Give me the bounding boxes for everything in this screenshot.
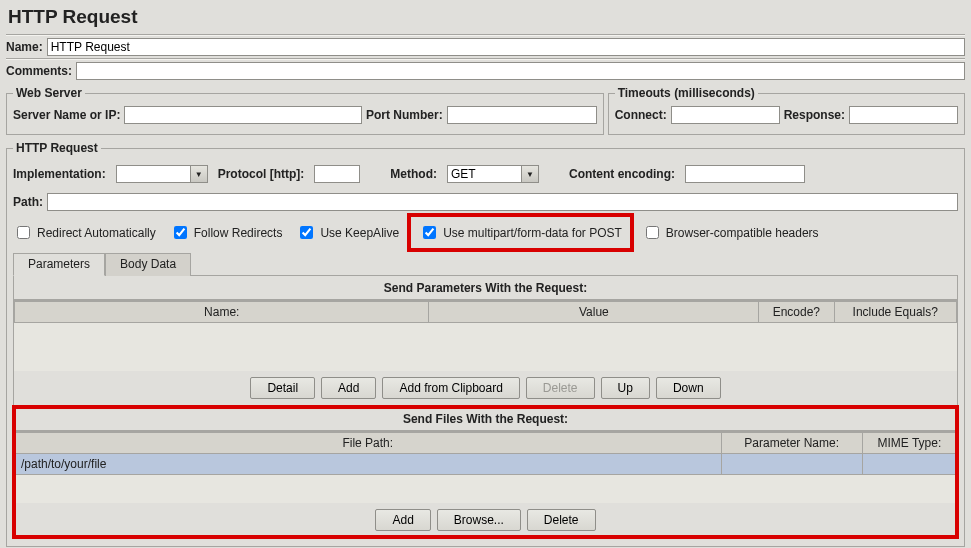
server-name-input[interactable] (124, 106, 362, 124)
name-label: Name: (6, 40, 43, 54)
path-input[interactable] (47, 193, 958, 211)
implementation-label: Implementation: (13, 167, 106, 181)
chevron-down-icon[interactable]: ▼ (190, 166, 207, 182)
browser-compat-label: Browser-compatible headers (666, 226, 819, 240)
follow-redirects-checkbox[interactable] (174, 226, 187, 239)
redirect-auto-label: Redirect Automatically (37, 226, 156, 240)
delete-button[interactable]: Delete (526, 377, 595, 399)
keepalive-checkbox[interactable] (300, 226, 313, 239)
add-from-clipboard-button[interactable]: Add from Clipboard (382, 377, 519, 399)
response-label: Response: (784, 108, 845, 122)
tab-parameters[interactable]: Parameters (13, 253, 105, 276)
up-button[interactable]: Up (601, 377, 650, 399)
files-col-file-path[interactable]: File Path: (15, 433, 722, 454)
keepalive-label: Use KeepAlive (320, 226, 399, 240)
comments-label: Comments: (6, 64, 72, 78)
http-request-legend: HTTP Request (13, 141, 101, 155)
follow-redirects-label: Follow Redirects (194, 226, 283, 240)
params-section-header: Send Parameters With the Request: (14, 276, 957, 300)
port-number-label: Port Number: (366, 108, 443, 122)
multipart-label: Use multipart/form-data for POST (443, 226, 622, 240)
encoding-input[interactable] (685, 165, 805, 183)
down-button[interactable]: Down (656, 377, 721, 399)
response-input[interactable] (849, 106, 958, 124)
file-path-cell[interactable]: /path/to/your/file (15, 454, 722, 475)
detail-button[interactable]: Detail (250, 377, 315, 399)
protocol-input[interactable] (314, 165, 360, 183)
params-col-name[interactable]: Name: (15, 302, 429, 323)
add-button[interactable]: Add (321, 377, 376, 399)
timeouts-legend: Timeouts (milliseconds) (615, 86, 758, 100)
comments-input[interactable] (76, 62, 965, 80)
port-number-input[interactable] (447, 106, 597, 124)
files-grid-body[interactable] (14, 475, 957, 503)
files-browse-button[interactable]: Browse... (437, 509, 521, 531)
files-add-button[interactable]: Add (375, 509, 430, 531)
connect-label: Connect: (615, 108, 667, 122)
server-name-label: Server Name or IP: (13, 108, 120, 122)
browser-compat-checkbox[interactable] (646, 226, 659, 239)
file-param-cell[interactable] (721, 454, 862, 475)
files-delete-button[interactable]: Delete (527, 509, 596, 531)
name-input[interactable] (47, 38, 965, 56)
file-mime-cell[interactable] (862, 454, 956, 475)
encoding-label: Content encoding: (569, 167, 675, 181)
params-grid-body[interactable] (14, 323, 957, 371)
web-server-legend: Web Server (13, 86, 85, 100)
params-col-encode[interactable]: Encode? (759, 302, 834, 323)
redirect-auto-checkbox[interactable] (17, 226, 30, 239)
path-label: Path: (13, 195, 43, 209)
table-row[interactable]: /path/to/your/file (15, 454, 957, 475)
chevron-down-icon[interactable]: ▼ (521, 166, 538, 182)
tab-body-data[interactable]: Body Data (105, 253, 191, 276)
protocol-label: Protocol [http]: (218, 167, 305, 181)
params-col-value[interactable]: Value (429, 302, 759, 323)
files-col-param-name[interactable]: Parameter Name: (721, 433, 862, 454)
connect-input[interactable] (671, 106, 780, 124)
page-title: HTTP Request (8, 6, 965, 28)
multipart-checkbox[interactable] (423, 226, 436, 239)
files-col-mime[interactable]: MIME Type: (862, 433, 956, 454)
params-col-include-equals[interactable]: Include Equals? (834, 302, 956, 323)
files-section-header: Send Files With the Request: (14, 407, 957, 431)
method-label: Method: (390, 167, 437, 181)
